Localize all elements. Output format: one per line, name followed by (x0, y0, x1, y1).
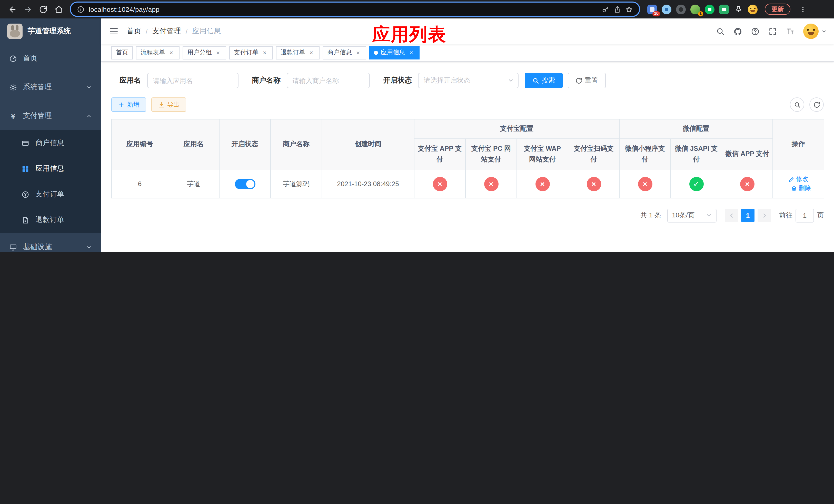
tab-app-info[interactable]: 应用信息 × (369, 46, 420, 59)
tab-process-form[interactable]: 流程表单 × (136, 46, 179, 59)
merchant-name-label: 商户名称 (252, 76, 281, 85)
sidebar-item-label: 支付管理 (23, 111, 52, 120)
sidebar-item-refund-order[interactable]: 退款订单 (0, 207, 101, 233)
next-page-button[interactable] (758, 209, 771, 222)
site-info-icon[interactable] (77, 5, 85, 13)
add-button[interactable]: 新增 (111, 97, 146, 112)
table-toolbar-right (790, 97, 824, 112)
monitor-icon (9, 243, 17, 251)
close-icon[interactable]: × (261, 49, 268, 56)
search-button[interactable]: 搜索 (525, 73, 563, 88)
browser-update-button[interactable]: 更新 (765, 4, 790, 15)
close-icon[interactable]: × (408, 49, 415, 56)
search-icon (794, 101, 800, 108)
table-row: 6 芋道 芋道源码 2021-10-23 08:49:25 × × × × × (112, 170, 824, 198)
github-icon[interactable] (733, 27, 742, 36)
address-bar[interactable]: localhost:1024/pay/app (71, 3, 639, 16)
extension-puzzle-icon[interactable]: 10 (647, 4, 657, 14)
navbar: 首页 / 支付管理 / 应用信息 (101, 19, 834, 44)
password-key-icon[interactable] (602, 5, 609, 13)
status-label: 开启状态 (383, 76, 412, 85)
extension-drop-icon[interactable] (662, 4, 672, 14)
extension-wechat-icon[interactable] (719, 4, 729, 14)
column-header: 开启状态 (219, 119, 270, 170)
extension-dark-icon[interactable] (676, 4, 686, 14)
close-icon[interactable]: × (308, 49, 315, 56)
status-icon: × (587, 177, 601, 191)
tab-user-group[interactable]: 用户分组 × (182, 46, 226, 59)
sidebar-item-pay-order[interactable]: 支付订单 (0, 182, 101, 207)
font-size-icon[interactable] (786, 27, 794, 36)
tab-pay-order[interactable]: 支付订单 × (229, 46, 273, 59)
extension-emoji-icon[interactable] (748, 4, 758, 14)
yen-icon: ¥ (9, 112, 17, 120)
breadcrumb-payment[interactable]: 支付管理 (152, 27, 181, 36)
browser-home-button[interactable] (51, 2, 66, 17)
sidebar-item-payment[interactable]: ¥ 支付管理 (0, 101, 101, 130)
sidebar-item-label: 退款订单 (36, 215, 64, 225)
sidebar-item-app-info[interactable]: 应用信息 (0, 156, 101, 182)
extension-badge: 10 (653, 11, 660, 16)
sidebar-item-label: 支付订单 (36, 190, 64, 199)
browser-refresh-button[interactable] (36, 2, 50, 17)
delete-link[interactable]: 删除 (791, 184, 811, 192)
close-icon[interactable]: × (214, 49, 222, 56)
tab-merchant-info[interactable]: 商户信息 × (323, 46, 366, 59)
refresh-table-button[interactable] (809, 97, 824, 112)
search-icon[interactable] (716, 27, 725, 36)
extension-wechat-devtools-icon[interactable] (705, 4, 715, 14)
tab-label: 首页 (116, 48, 128, 57)
status-select[interactable]: 请选择开启状态 (418, 73, 519, 88)
tab-label: 退款订单 (281, 48, 305, 57)
breadcrumb: 首页 / 支付管理 / 应用信息 (127, 27, 221, 36)
close-icon[interactable]: × (168, 49, 175, 56)
close-icon[interactable]: × (354, 49, 361, 56)
edit-link[interactable]: 修改 (788, 175, 808, 184)
sidebar-item-infrastructure[interactable]: 基础设施 (0, 233, 101, 252)
sidebar-item-merchant-info[interactable]: 商户信息 (0, 130, 101, 156)
app-table: 应用编号 应用名 开启状态 商户名称 创建时间 支付宝配置 微信配置 操作 支付… (111, 119, 824, 198)
reset-button[interactable]: 重置 (568, 73, 606, 88)
extension-badge: 1 (698, 11, 703, 16)
app-logo[interactable]: 芋道管理系统 (0, 19, 101, 44)
tab-label: 支付订单 (234, 48, 259, 57)
status-icon: × (535, 177, 550, 191)
hamburger-icon[interactable] (109, 27, 118, 36)
extension-avatar-icon[interactable]: 1 (690, 4, 700, 14)
document-icon (22, 216, 29, 224)
export-button[interactable]: 导出 (151, 97, 186, 112)
sidebar-item-system[interactable]: 系统管理 (0, 73, 101, 101)
url-text[interactable]: localhost:1024/pay/app (89, 5, 597, 13)
browser-menu-button[interactable] (795, 2, 810, 17)
breadcrumb-home[interactable]: 首页 (127, 27, 141, 36)
merchant-name-input[interactable] (287, 73, 370, 88)
tab-label: 应用信息 (380, 48, 405, 57)
page-content: 应用名 商户名称 开启状态 请选择开启状态 (101, 62, 834, 252)
download-icon (158, 101, 164, 108)
status-select-placeholder: 请选择开启状态 (424, 76, 470, 85)
fullscreen-icon[interactable] (768, 27, 777, 36)
tab-home[interactable]: 首页 (111, 46, 133, 59)
browser-forward-button[interactable] (21, 2, 35, 17)
page-number-current[interactable]: 1 (741, 209, 754, 222)
page-size-select[interactable]: 10条/页 (667, 208, 717, 222)
sidebar-item-home[interactable]: 首页 (0, 44, 101, 73)
toggle-search-button[interactable] (790, 97, 804, 112)
extensions-strip: 10 1 (647, 4, 758, 14)
share-icon[interactable] (613, 5, 621, 13)
goto-label: 前往 (779, 211, 792, 220)
home-icon (54, 5, 63, 14)
tab-refund-order[interactable]: 退款订单 × (276, 46, 320, 59)
bookmark-star-icon[interactable] (625, 5, 633, 13)
user-menu[interactable] (803, 24, 827, 39)
browser-back-button[interactable] (5, 2, 20, 17)
prev-page-button[interactable] (725, 209, 738, 222)
sidebar-item-label: 商户信息 (36, 138, 64, 148)
help-icon[interactable] (751, 27, 760, 36)
enable-switch[interactable] (235, 179, 255, 189)
grid-icon (22, 165, 29, 173)
pencil-icon (788, 176, 794, 182)
goto-page-input[interactable] (795, 208, 814, 222)
app-name-input[interactable] (147, 73, 239, 88)
pin-icon[interactable] (733, 4, 743, 14)
